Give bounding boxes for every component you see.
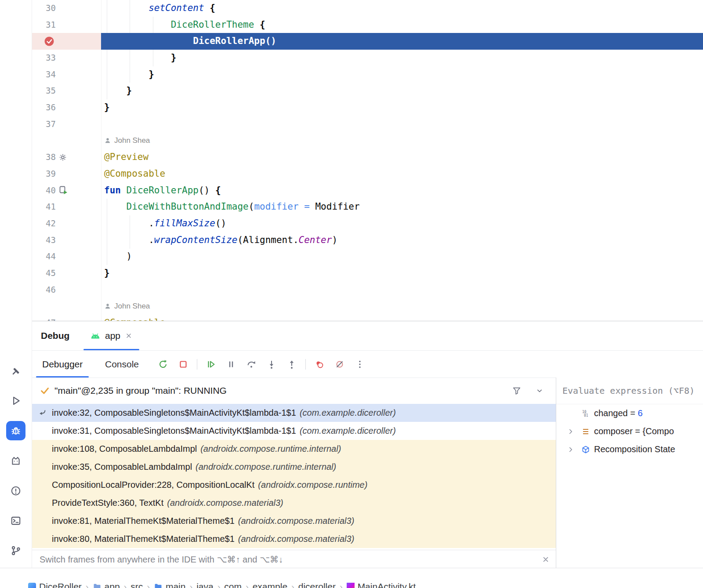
editor-gutter[interactable]: 43 (32, 232, 101, 249)
breadcrumb-item[interactable]: DiceRoller (28, 581, 82, 588)
thread-status-row[interactable]: "main"@2,235 in group "main": RUNNING (32, 377, 556, 404)
frame-row[interactable]: CompositionLocalProvider:228, Compositio… (32, 476, 556, 494)
code-text[interactable]: setContent { (101, 0, 703, 17)
view-breakpoints-icon[interactable] (311, 356, 328, 372)
code-text[interactable]: DiceRollerTheme { (101, 17, 703, 33)
gear-icon[interactable] (58, 152, 68, 162)
expand-chevron-icon[interactable] (567, 428, 575, 436)
frame-row[interactable]: invoke:32, ComposableSingletons$MainActi… (32, 404, 556, 422)
frame-row[interactable]: invoke:108, ComposableLambdaImpl(android… (32, 440, 556, 458)
code-line[interactable]: 34 } (32, 66, 703, 83)
code-line[interactable]: 31 DiceRollerTheme { (32, 17, 703, 33)
code-text[interactable]: ) (101, 248, 703, 265)
code-text[interactable]: DiceRollerApp() (101, 33, 703, 50)
tab-console[interactable]: Console (94, 351, 149, 377)
editor-gutter[interactable]: 30 (32, 0, 101, 17)
editor-gutter[interactable]: 42 (32, 215, 101, 232)
code-text[interactable]: } (101, 83, 703, 99)
breadcrumb-item[interactable]: diceroller (298, 581, 336, 588)
close-icon[interactable] (542, 555, 550, 563)
frame-row[interactable]: invoke:80, MaterialThemeKt$MaterialTheme… (32, 530, 556, 548)
editor-gutter[interactable]: 41 (32, 199, 101, 215)
code-line[interactable]: 33 } (32, 50, 703, 66)
filter-icon[interactable] (512, 377, 522, 404)
breadcrumb-item[interactable]: example (253, 581, 287, 588)
code-line[interactable]: DiceRollerApp() (32, 33, 703, 50)
run-icon[interactable] (6, 391, 25, 410)
step-over-icon[interactable] (243, 356, 260, 372)
preview-run-icon[interactable] (58, 185, 69, 196)
tab-debugger[interactable]: Debugger (32, 351, 93, 377)
breadcrumb-item[interactable]: java (196, 581, 214, 588)
frame-row[interactable]: invoke:35, ComposableLambdaImpl(androidx… (32, 458, 556, 476)
code-text[interactable] (101, 282, 703, 298)
problems-icon[interactable] (6, 481, 25, 501)
editor-gutter[interactable]: 45 (32, 265, 101, 282)
variable-row[interactable]: Recomposition State (556, 440, 703, 458)
session-tab-app[interactable]: app (83, 321, 140, 350)
code-text[interactable]: } (101, 66, 703, 83)
code-line[interactable]: 44 ) (32, 248, 703, 265)
editor-gutter[interactable]: 31 (32, 17, 101, 33)
terminal-icon[interactable] (6, 511, 25, 530)
editor-gutter[interactable]: 47 (32, 315, 101, 321)
mute-breakpoints-icon[interactable] (331, 356, 348, 372)
more-options-icon[interactable] (352, 356, 368, 372)
code-line[interactable]: 41 DiceWithButtonAndImage(modifier = Mod… (32, 199, 703, 215)
frame-row[interactable]: ProvideTextStyle:360, TextKt(androidx.co… (32, 494, 556, 512)
code-line[interactable]: 37 (32, 116, 703, 133)
code-text[interactable]: fun DiceRollerApp() { (101, 182, 703, 199)
editor-gutter[interactable]: 34 (32, 66, 101, 83)
editor-gutter[interactable]: 46 (32, 282, 101, 298)
editor-gutter[interactable] (32, 33, 101, 50)
code-text[interactable]: } (101, 99, 703, 116)
code-line[interactable]: 35 } (32, 83, 703, 99)
code-text[interactable]: .fillMaxSize() (101, 215, 703, 232)
variable-row[interactable]: 1001changed = 6 (556, 404, 703, 422)
code-line[interactable]: 36} (32, 99, 703, 116)
frame-row[interactable]: invoke:81, MaterialThemeKt$MaterialTheme… (32, 512, 556, 530)
editor-gutter[interactable]: 36 (32, 99, 101, 116)
debug-icon[interactable] (6, 421, 25, 440)
code-line[interactable]: 40fun DiceRollerApp() { (32, 182, 703, 199)
expand-chevron-icon[interactable] (567, 446, 575, 454)
code-text[interactable]: .wrapContentSize(Alignment.Center) (101, 232, 703, 249)
evaluate-expression-field[interactable]: Evaluate expression (⌥F8) (556, 377, 703, 404)
code-text[interactable]: @Composable (101, 166, 703, 182)
breakpoint-icon[interactable] (43, 36, 55, 47)
rerun-icon[interactable] (155, 356, 171, 372)
code-line[interactable]: 43 .wrapContentSize(Alignment.Center) (32, 232, 703, 249)
code-text[interactable]: DiceWithButtonAndImage(modifier = Modifi… (101, 199, 703, 215)
editor-gutter[interactable]: 37 (32, 116, 101, 133)
editor-gutter[interactable]: 33 (32, 50, 101, 66)
code-text[interactable] (101, 116, 703, 133)
resume-icon[interactable] (203, 356, 219, 372)
editor-gutter[interactable]: 40 (32, 182, 101, 199)
code-line[interactable]: 45} (32, 265, 703, 282)
chevron-down-icon[interactable] (535, 377, 544, 404)
close-icon[interactable] (125, 332, 132, 339)
code-line[interactable]: 30 setContent { (32, 0, 703, 17)
code-line[interactable]: 42 .fillMaxSize() (32, 215, 703, 232)
editor-gutter[interactable]: 44 (32, 248, 101, 265)
editor-gutter[interactable]: 38 (32, 149, 101, 166)
code-text[interactable]: } (101, 50, 703, 66)
breadcrumb-item[interactable]: MainActivity.kt (347, 581, 416, 588)
version-control-icon[interactable] (6, 541, 25, 560)
variable-row[interactable]: composer = {Compo (556, 422, 703, 440)
code-text[interactable]: @Composable (101, 315, 703, 321)
step-out-icon[interactable] (283, 356, 300, 372)
code-line[interactable]: 39@Composable (32, 166, 703, 182)
logcat-icon[interactable] (6, 451, 25, 471)
breadcrumb-item[interactable]: src (130, 581, 143, 588)
code-line[interactable]: 46 (32, 282, 703, 298)
code-line[interactable]: 38@Preview (32, 149, 703, 166)
step-into-icon[interactable] (263, 356, 280, 372)
pause-icon[interactable] (223, 356, 239, 372)
breadcrumb-item[interactable]: com (224, 581, 242, 588)
frame-row[interactable]: invoke:31, ComposableSingletons$MainActi… (32, 422, 556, 440)
breadcrumb-item[interactable]: main (154, 581, 186, 588)
code-text[interactable]: @Preview (101, 149, 703, 166)
stop-icon[interactable] (175, 356, 192, 372)
code-editor[interactable]: 30 setContent {31 DiceRollerTheme { Dice… (32, 0, 703, 321)
